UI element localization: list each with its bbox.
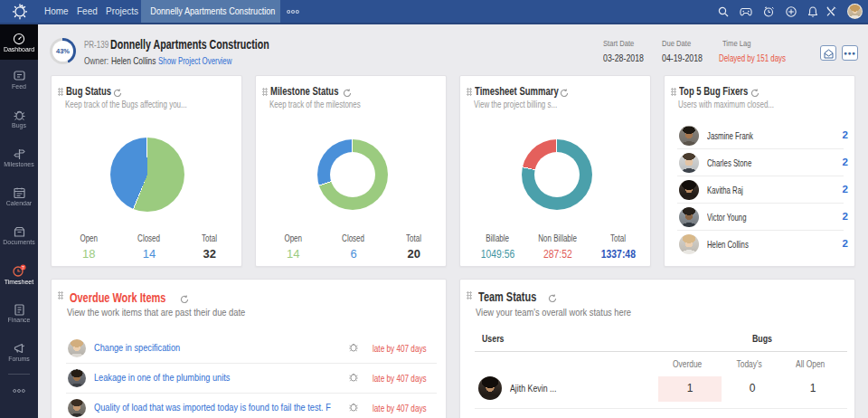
svg-text:7: 7 (22, 265, 24, 271)
